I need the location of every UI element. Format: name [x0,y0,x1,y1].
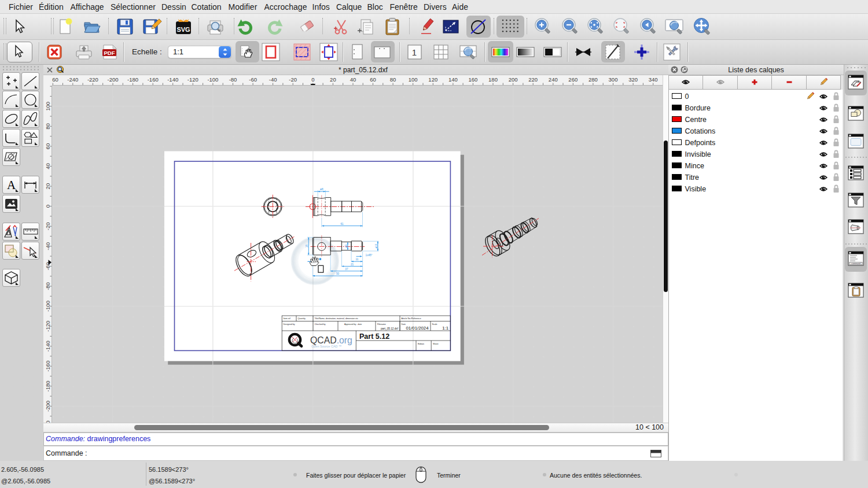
svg-text:Part 5.12: Part 5.12 [359,332,389,341]
svg-text:-80: -80 [45,282,51,290]
svg-text:1: 1 [412,47,417,57]
svg-text:Sheet: Sheet [433,343,438,345]
svg-text:01/01/2024: 01/01/2024 [406,326,429,331]
svg-text:ø8: ø8 [320,188,323,191]
svg-text:100: 100 [45,102,51,111]
svg-text:-120: -120 [45,321,51,332]
svg-text:-20: -20 [289,76,297,83]
svg-text:1x45°: 1x45° [366,254,373,257]
svg-text:Approved by - date: Approved by - date [344,323,362,326]
svg-text:-120: -120 [187,76,198,83]
svg-text:Designed by: Designed by [284,323,295,326]
svg-text:Item ref: Item ref [284,317,290,320]
svg-text:-160: -160 [45,361,51,372]
svg-text:Checked by: Checked by [315,323,326,326]
svg-text:Date: Date [402,323,406,326]
svg-text:Filename: Filename [377,323,386,326]
svg-text:180: 180 [488,76,498,83]
svg-text:80: 80 [45,123,51,130]
svg-text:A: A [7,178,16,192]
svg-text:1:1: 1:1 [442,326,448,331]
svg-text:ø9: ø9 [345,244,348,247]
svg-text:80: 80 [390,76,396,83]
svg-text:Quantity: Quantity [298,317,306,320]
svg-text:50: 50 [336,272,340,275]
svg-text:40: 40 [350,76,356,83]
svg-text:-100: -100 [207,76,218,83]
svg-text:-60: -60 [249,76,257,83]
svg-text:21: 21 [351,263,354,266]
svg-text:340: 340 [649,76,658,83]
svg-text:Open Source CAD ™: Open Source CAD ™ [311,345,342,348]
svg-text:0: 0 [311,76,314,83]
svg-text:command: command [851,263,860,265]
svg-text:-220: -220 [87,76,98,83]
svg-text:300: 300 [609,76,618,83]
svg-text:-200: -200 [45,401,51,412]
svg-text:18: 18 [306,245,308,248]
svg-text:20: 20 [330,76,336,83]
svg-text:0: 0 [45,205,51,208]
svg-text:40: 40 [45,163,51,169]
svg-text:37: 37 [345,268,348,271]
svg-text:320: 320 [628,76,638,83]
svg-text:280: 280 [589,76,598,83]
svg-text:-140: -140 [45,341,51,352]
svg-text:-200: -200 [107,76,118,83]
svg-text:Title/Name, destination, mater: Title/Name, destination, material, dimen… [315,317,359,320]
svg-text:part_05.12.dxf: part_05.12.dxf [381,327,399,330]
svg-text:60: 60 [370,76,376,83]
svg-text:Scale: Scale [432,323,437,326]
svg-text:-80: -80 [229,76,237,83]
svg-text:140: 140 [448,76,458,83]
svg-text:Edition: Edition [418,343,424,345]
svg-text:-140: -140 [167,76,178,83]
svg-text:PDF: PDF [104,50,115,56]
svg-text:20: 20 [45,183,51,190]
svg-text:-20: -20 [45,222,51,230]
svg-text:QCAD.org: QCAD.org [310,335,352,345]
svg-text:61: 61 [340,223,344,225]
svg-text:Article No./Reference: Article No./Reference [402,317,421,320]
svg-text:11: 11 [356,258,359,261]
svg-text:-40: -40 [45,242,51,250]
svg-text:60: 60 [45,143,51,150]
svg-text:160: 160 [468,76,477,83]
svg-text:SVG: SVG [176,26,190,33]
svg-text:-100: -100 [45,301,51,312]
svg-text:240: 240 [549,76,558,83]
svg-text:-180: -180 [127,76,138,83]
svg-text:-40: -40 [269,76,277,83]
svg-text:-180: -180 [45,380,51,391]
svg-text:200: 200 [509,76,518,83]
svg-text:ø10: ø10 [375,243,378,248]
svg-text:120: 120 [428,76,437,83]
svg-text:-160: -160 [148,76,159,83]
svg-text:-240: -240 [67,76,78,83]
svg-text:260: 260 [568,76,578,83]
svg-text:220: 220 [528,76,538,83]
svg-text:100: 100 [409,76,418,83]
